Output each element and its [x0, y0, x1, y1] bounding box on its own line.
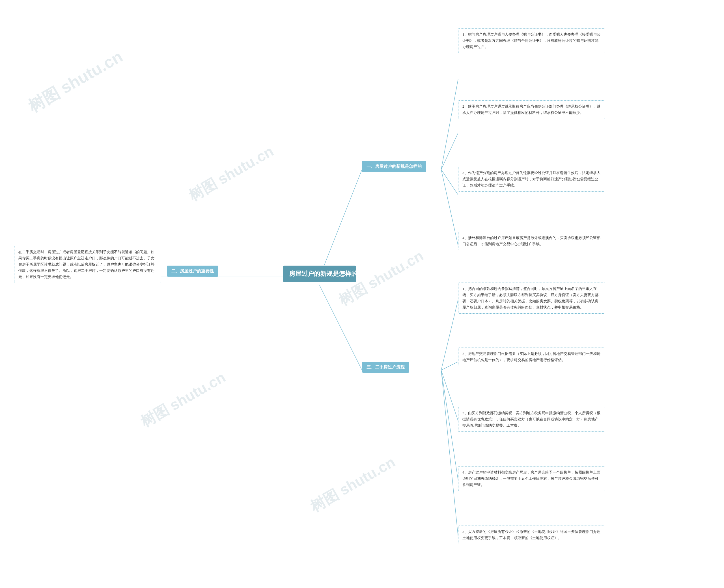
- watermark-5: 树图 shutu.cn: [307, 453, 399, 517]
- leaf-1-3-text: 3、作为遗产分割的房产办理过户首先遗嘱要经过公证并且在遗嘱生效后，法定继承人或遗…: [462, 171, 600, 187]
- leaf-2-1-text: 在二手房交易时，房屋过户或者房屋登记直接关系到子女能不能就近读书的问题。如果你买…: [18, 250, 155, 279]
- svg-line-4: [441, 170, 458, 246]
- leaf-3-1: 1、把合同的条款和违约条款写清楚，签合同时，须卖方房产证上面名字的当事人在场，买…: [458, 282, 605, 314]
- svg-line-3: [441, 170, 458, 195]
- branch-1-label: 一、房屋过户的新规是怎样的: [366, 164, 422, 169]
- watermark-2: 树图 shutu.cn: [185, 142, 277, 206]
- leaf-1-2: 2、继承房产办理过户通过继承取得房产应当先到公证部门办理《继承权公证书》，继承人…: [458, 100, 605, 119]
- svg-line-1: [441, 79, 458, 170]
- leaf-3-2: 2、房地产交易管理部门根据需要（实际上是必须，因为房地产交易管理部门一般和房地产…: [458, 348, 605, 366]
- leaf-2-1: 在二手房交易时，房屋过户或者房屋登记直接关系到子女能不能就近读书的问题。如果你买…: [14, 246, 161, 283]
- watermark-1: 树图 shutu.cn: [24, 46, 127, 118]
- svg-line-10: [441, 370, 458, 421]
- leaf-1-4: 4、涉外和港澳台的过户房产如果该房产是涉外或港澳台的，买卖协议也必须经公证部门公…: [458, 232, 605, 250]
- branch-3-label: 三、二手房过户流程: [366, 365, 405, 369]
- leaf-1-3: 3、作为遗产分割的房产办理过户首先遗嘱要经过公证并且在遗嘱生效后，法定继承人或遗…: [458, 167, 605, 192]
- leaf-3-2-text: 2、房地产交易管理部门根据需要（实际上是必须，因为房地产交易管理部门一般和房地产…: [462, 352, 600, 362]
- leaf-1-2-text: 2、继承房产办理过户通过继承取得房产应当先到公证部门办理《继承权公证书》，继承人…: [462, 104, 600, 115]
- mindmap-container: 树图 shutu.cn 树图 shutu.cn 树图 shutu.cn 树图 s…: [0, 0, 724, 588]
- svg-line-2: [441, 133, 458, 170]
- svg-line-7: [320, 286, 362, 370]
- svg-line-9: [441, 362, 458, 370]
- branch-node-1: 一、房屋过户的新规是怎样的: [362, 161, 426, 172]
- leaf-1-1: 1、赠与房产办理过户赠与人要办理《赠与公证书》，而受赠人也要办理《接受赠与公证书…: [458, 28, 605, 53]
- branch-node-2: 二、房屋过户的重要性: [167, 266, 218, 277]
- svg-line-12: [441, 370, 458, 537]
- watermark-4: 树图 shutu.cn: [137, 368, 229, 432]
- leaf-1-1-text: 1、赠与房产办理过户赠与人要办理《赠与公证书》，而受赠人也要办理《接受赠与公证书…: [462, 32, 600, 49]
- leaf-3-3-text: 3、由买方到财政部门缴纳契税，卖方到地方税务局申报缴纳营业税、个人所得税（根据情…: [462, 411, 600, 427]
- svg-line-0: [320, 170, 362, 277]
- connector-lines: [0, 0, 724, 588]
- branch-2-label: 二、房屋过户的重要性: [172, 269, 214, 273]
- leaf-3-4-text: 4、房产过户的申请材料都交给房产局后，房产局会给予一个回执单，按照回执单上面说明…: [462, 470, 600, 487]
- svg-line-11: [441, 370, 458, 480]
- central-node: 房屋过户的新规是怎样的: [283, 266, 356, 282]
- leaf-3-5: 5、买方持新的《房屋所有权证》和原来的《土地使用权证》到国土资源管理部门办理土地…: [458, 526, 605, 544]
- leaf-3-1-text: 1、把合同的条款和违约条款写清楚，签合同时，须卖方房产证上面名字的当事人在场，买…: [462, 287, 599, 309]
- leaf-3-3: 3、由买方到财政部门缴纳契税，卖方到地方税务局申报缴纳营业税、个人所得税（根据情…: [458, 407, 605, 432]
- svg-line-8: [441, 299, 458, 370]
- leaf-3-5-text: 5、买方持新的《房屋所有权证》和原来的《土地使用权证》到国土资源管理部门办理土地…: [462, 529, 600, 540]
- leaf-1-4-text: 4、涉外和港澳台的过户房产如果该房产是涉外或港澳台的，买卖协议也必须经公证部门公…: [462, 236, 600, 246]
- leaf-3-4: 4、房产过户的申请材料都交给房产局后，房产局会给予一个回执单，按照回执单上面说明…: [458, 466, 605, 491]
- branch-node-3: 三、二手房过户流程: [362, 362, 409, 373]
